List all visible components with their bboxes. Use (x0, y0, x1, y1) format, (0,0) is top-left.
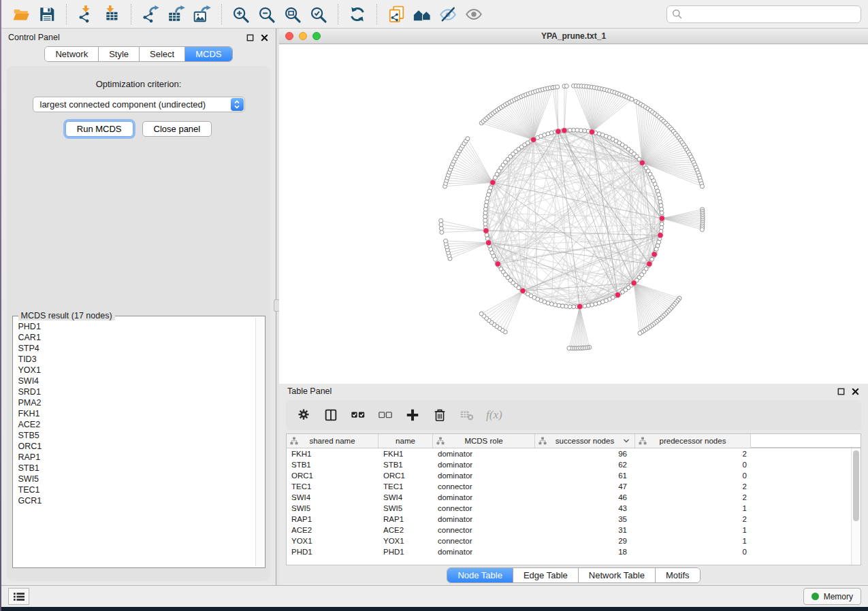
select-all-button[interactable] (350, 407, 366, 423)
columns-button[interactable] (323, 407, 339, 423)
import-network-button[interactable] (73, 3, 99, 26)
table-panel-header: Table Panel (279, 384, 868, 399)
table-scrollbar[interactable] (851, 448, 861, 565)
run-mcds-button[interactable]: Run MCDS (65, 121, 133, 137)
deselect-all-button[interactable] (377, 407, 393, 423)
cell-mcds_role: connector (433, 504, 535, 512)
tab-network-table[interactable]: Network Table (578, 568, 655, 582)
mcds-result-item[interactable]: CAR1 (18, 332, 255, 343)
close-panel-icon[interactable] (259, 33, 269, 42)
cytoscape-window: Control Panel NetworkStyleSelectMCDS Opt… (1, 0, 868, 607)
task-history-button[interactable] (8, 588, 29, 605)
zoom-window-icon[interactable] (312, 32, 321, 40)
first-neighbors-button[interactable] (409, 3, 435, 26)
memory-button[interactable]: Memory (803, 588, 861, 605)
add-column-button[interactable] (404, 407, 421, 423)
zoom-in-button[interactable] (228, 3, 254, 26)
zoom-fit-button[interactable] (280, 3, 306, 26)
float-panel-icon[interactable] (245, 33, 255, 42)
tab-mcds[interactable]: MCDS (184, 47, 231, 61)
network-canvas[interactable] (279, 44, 868, 384)
mcds-result-item[interactable]: SWI5 (18, 474, 255, 484)
export-image-button[interactable] (189, 3, 215, 26)
zoom-out-button[interactable] (254, 3, 280, 26)
search-input[interactable] (686, 9, 856, 20)
cell-name: PHD1 (379, 548, 433, 556)
column-header-shared-name[interactable]: shared name (287, 434, 379, 448)
mcds-result-item[interactable]: STB1 (18, 463, 255, 474)
close-panel-button[interactable]: Close panel (142, 121, 212, 137)
mcds-result-item[interactable]: YOX1 (18, 365, 255, 376)
table-row[interactable]: SWI5SWI5connector431 (287, 503, 861, 514)
settings-gear-icon (296, 408, 311, 423)
tab-node-table[interactable]: Node Table (447, 568, 513, 582)
table-row[interactable]: STB1STB1dominator620 (287, 459, 861, 470)
tab-edge-table[interactable]: Edge Table (513, 568, 578, 582)
table-row[interactable]: ACE2ACE2connector311 (287, 525, 861, 535)
table-row[interactable]: FKH1FKH1dominator962 (287, 448, 861, 459)
mcds-result-item[interactable]: SWI4 (18, 376, 255, 386)
cell-name: FKH1 (379, 450, 433, 458)
export-table-icon (167, 5, 185, 23)
toolbar-separator (376, 4, 377, 24)
delete-columns-button[interactable] (432, 407, 448, 423)
mcds-result-item[interactable]: GCR1 (18, 495, 255, 506)
toolbar-separator (66, 4, 67, 24)
table-row[interactable]: ORC1ORC1dominator610 (287, 470, 861, 481)
mcds-result-item[interactable]: STB5 (18, 430, 255, 441)
task-list-icon (12, 591, 26, 602)
open-file-icon (12, 5, 30, 23)
cell-shared_name: PHD1 (287, 548, 379, 556)
duplicate-network-button[interactable] (383, 3, 409, 26)
column-header-name[interactable]: name (379, 434, 433, 448)
mcds-result-item[interactable]: FKH1 (18, 408, 255, 419)
tab-motifs[interactable]: Motifs (655, 568, 700, 582)
mcds-result-item[interactable]: TID3 (18, 354, 255, 365)
float-table-panel-icon[interactable] (836, 386, 846, 396)
mcds-result-item[interactable]: ACE2 (18, 419, 255, 430)
select-all-icon (351, 408, 366, 423)
minimize-window-icon[interactable] (299, 32, 307, 40)
mcds-result-item[interactable]: TEC1 (18, 484, 255, 495)
close-window-icon[interactable] (285, 32, 293, 40)
cell-name: STB1 (379, 461, 433, 469)
control-panel-title: Control Panel (8, 33, 60, 42)
settings-gear-button[interactable] (295, 407, 312, 423)
optimization-criterion-value: largest connected component (undirected) (40, 99, 206, 110)
hide-selected-button[interactable] (435, 3, 461, 26)
table-scrollbar-thumb[interactable] (853, 450, 859, 521)
mcds-result-item[interactable]: ORC1 (18, 441, 255, 452)
tab-style[interactable]: Style (98, 47, 139, 61)
table-panel-title: Table Panel (287, 386, 332, 396)
column-header-MCDS-role[interactable]: MCDS role (433, 434, 535, 448)
save-session-button[interactable] (34, 3, 60, 26)
zoom-selected-button[interactable] (306, 3, 332, 26)
mcds-list-scrollbar[interactable] (255, 318, 263, 566)
tab-select[interactable]: Select (139, 47, 184, 61)
table-row[interactable]: YOX1YOX1connector291 (287, 535, 861, 546)
hide-selected-icon (439, 5, 457, 23)
mcds-result-item[interactable]: STP4 (18, 343, 255, 354)
table-row[interactable]: TEC1TEC1connector472 (287, 481, 861, 492)
table-row[interactable]: RAP1RAP1dominator352 (287, 514, 861, 525)
mcds-result-item[interactable]: SRD1 (18, 386, 255, 397)
table-row[interactable]: PHD1PHD1dominator180 (287, 546, 861, 557)
export-table-button[interactable] (163, 3, 189, 26)
cell-predecessor_nodes: 0 (635, 461, 751, 469)
table-row[interactable]: SWI4SWI4dominator462 (287, 492, 861, 503)
open-file-button[interactable] (8, 3, 34, 26)
refresh-button[interactable] (344, 3, 370, 26)
close-table-panel-icon[interactable] (850, 386, 860, 396)
export-network-button[interactable] (138, 3, 163, 26)
import-table-button[interactable] (99, 3, 125, 26)
column-header-successor-nodes[interactable]: successor nodes (535, 434, 635, 448)
mcds-result-item[interactable]: PHD1 (18, 321, 255, 332)
refresh-icon (349, 5, 366, 23)
column-header-predecessor-nodes[interactable]: predecessor nodes (635, 434, 751, 448)
optimization-criterion-select[interactable]: largest connected component (undirected) (33, 97, 245, 112)
mcds-result-item[interactable]: RAP1 (18, 452, 255, 463)
mcds-result-item[interactable]: PMA2 (18, 397, 255, 408)
show-all-button[interactable] (461, 3, 487, 26)
zoom-selected-icon (310, 5, 327, 23)
tab-network[interactable]: Network (45, 47, 98, 61)
